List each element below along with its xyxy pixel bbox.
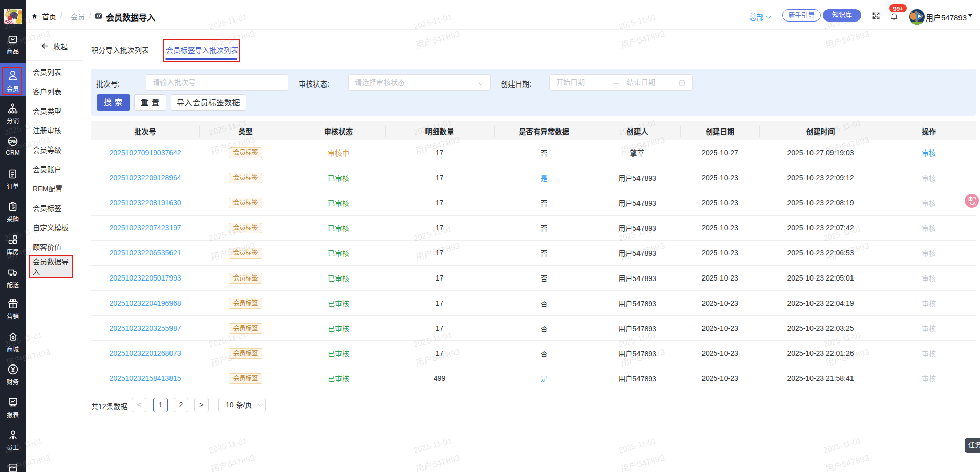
svg-text:CRM: CRM: [8, 139, 18, 144]
svg-text:A: A: [973, 201, 976, 206]
